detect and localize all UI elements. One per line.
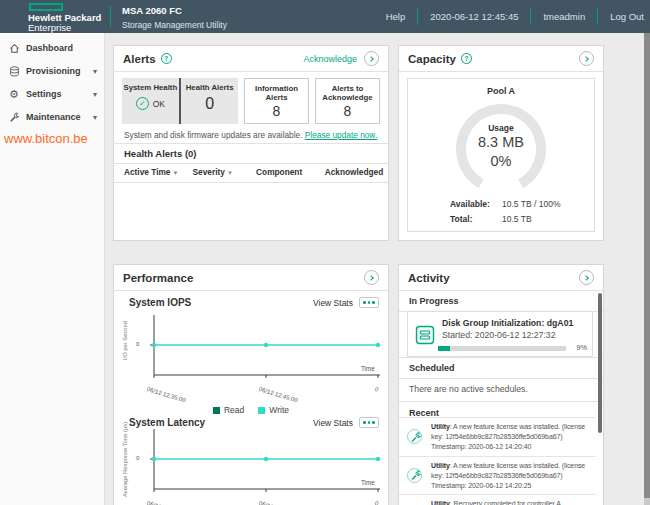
scheduled-empty-text: There are no active schedules. <box>399 377 603 402</box>
system-health: System Health ✓ OK <box>122 78 179 124</box>
write-legend-swatch <box>258 407 265 414</box>
logout-link[interactable]: Log Out <box>610 11 644 22</box>
total-row: Total:10.5 TB <box>450 214 560 224</box>
performance-panel: Performance System IOPS View Stats I/O p… <box>113 264 389 505</box>
available-value: 10.5 TB / 100% <box>502 199 560 209</box>
recent-list: Utility: A new feature license was insta… <box>399 417 596 505</box>
acknowledge-link[interactable]: Acknowledge <box>303 54 357 64</box>
pool-capacity-card: Pool A Usage 8.3 MB 0% Available:10.5 TB… <box>407 78 595 232</box>
alerts-to-acknowledge-count: 8 <box>316 103 379 119</box>
iops-chart-title: System IOPS <box>129 297 191 308</box>
task-name: Disk Group Initialization: dgA01 <box>442 318 573 328</box>
capacity-title: Capacity <box>408 53 456 65</box>
latency-y-axis-label: Average Response Time (µs) <box>122 422 128 497</box>
performance-expand-button[interactable] <box>364 270 379 285</box>
recent-item: Utility: Recovery completed for controll… <box>399 494 596 505</box>
sidebar-item-maintenance[interactable]: Maintenance ▾ <box>0 106 105 128</box>
product-info: MSA 2060 FC Storage Management Utility <box>122 5 227 30</box>
task-card: Disk Group Initialization: dgA01 Started… <box>407 311 593 357</box>
utility-wrench-icon <box>407 429 422 444</box>
in-progress-header: In Progress <box>399 291 603 312</box>
available-row: Available:10.5 TB / 100% <box>450 199 560 209</box>
task-progress-percent: 9% <box>576 343 587 352</box>
sidebar-item-dashboard[interactable]: Dashboard <box>0 37 105 59</box>
task-progress-bar <box>438 346 566 351</box>
chart-legend: Read Write <box>114 405 388 415</box>
gear-icon: ⚙ <box>9 89 20 100</box>
task-started: Started: 2020-06-12 12:27:32 <box>442 330 556 340</box>
alerts-expand-button[interactable] <box>364 51 379 66</box>
system-health-status: OK <box>153 99 165 109</box>
help-link[interactable]: Help <box>386 11 406 22</box>
user-menu[interactable]: tmeadmin <box>543 11 585 22</box>
sidebar-item-provisioning[interactable]: Provisioning ▾ <box>0 60 105 82</box>
col-severity[interactable]: Severity▼ <box>193 167 257 177</box>
latency-x-tick-1: 06/12 12:45:00 <box>258 500 298 505</box>
alerts-to-acknowledge-card[interactable]: Alerts to Acknowledge 8 <box>315 78 380 124</box>
sidebar: Dashboard Provisioning ▾ ⚙ Settings ▾ Ma… <box>0 33 105 505</box>
check-icon: ✓ <box>136 97 149 110</box>
iops-time-label: Time <box>361 365 375 372</box>
iops-view-stats-link[interactable]: View Stats <box>313 298 353 308</box>
sidebar-item-settings[interactable]: ⚙ Settings ▾ <box>0 83 105 105</box>
hpe-logo-mark <box>29 3 63 11</box>
performance-title: Performance <box>123 272 193 284</box>
chevron-down-icon: ▾ <box>93 113 97 122</box>
database-icon <box>9 66 20 77</box>
chevron-down-icon: ▾ <box>93 67 97 76</box>
latency-chart <box>144 425 382 497</box>
usage-label: Usage <box>408 123 594 133</box>
home-icon <box>9 43 20 54</box>
product-name: MSA 2060 FC <box>122 5 227 16</box>
brand-line2: Enterprise <box>28 23 101 33</box>
topbar-divider <box>110 6 111 27</box>
iops-y-axis-label: I/O per Second <box>122 321 128 360</box>
recent-item: Utility: A new feature license was insta… <box>399 456 596 495</box>
activity-title: Activity <box>408 272 450 284</box>
col-acknowledged[interactable]: Acknowledged <box>325 167 378 177</box>
iops-options-button[interactable] <box>359 297 379 308</box>
help-icon[interactable]: ? <box>161 53 172 64</box>
topbar: Hewlett Packard Enterprise MSA 2060 FC S… <box>0 0 650 33</box>
information-alerts-card[interactable]: Information Alerts 8 <box>244 78 309 124</box>
recent-item: Utility: A new feature license was insta… <box>399 417 596 456</box>
utility-wrench-icon <box>407 468 422 483</box>
usage-percent: 0% <box>408 153 594 169</box>
pool-name: Pool A <box>408 86 594 96</box>
chevron-down-icon: ▾ <box>93 90 97 99</box>
capacity-expand-button[interactable] <box>579 51 594 66</box>
alerts-panel: Alerts ? Acknowledge System Health ✓ OK … <box>113 45 389 241</box>
activity-scrollbar[interactable] <box>598 293 602 433</box>
datetime: 2020-06-12 12:45:45 <box>430 11 518 22</box>
latency-x-tick-2: 0 <box>374 500 379 505</box>
page-scrollbar-thumb[interactable] <box>644 33 650 498</box>
sort-icon: ▼ <box>227 170 233 176</box>
latency-x-tick-0: 06/12 12:35:00 <box>146 500 186 505</box>
iops-x-tick-2: 0 <box>374 386 379 393</box>
activity-expand-button[interactable] <box>579 270 594 285</box>
help-icon[interactable]: ? <box>461 53 472 64</box>
page-scrollbar[interactable] <box>644 33 650 505</box>
health-alerts-table-header: Active Time▼ Severity▼ Component Acknowl… <box>114 161 388 183</box>
alert-summary-cards: System Health ✓ OK Health Alerts 0 Infor… <box>122 78 380 124</box>
total-value: 10.5 TB <box>502 214 532 224</box>
iops-x-tick-1: 06/12 12:45:00 <box>258 386 298 403</box>
system-health-card: System Health ✓ OK Health Alerts 0 <box>122 78 238 124</box>
col-component[interactable]: Component <box>256 167 325 177</box>
firmware-update-link[interactable]: Please update now. <box>305 130 377 140</box>
disk-group-icon <box>415 325 435 345</box>
sort-icon: ▼ <box>172 170 178 176</box>
hpe-logo: Hewlett Packard Enterprise <box>28 3 101 33</box>
read-legend-swatch <box>213 407 220 414</box>
alerts-title: Alerts <box>123 53 156 65</box>
usage-value: 8.3 MB <box>408 134 594 150</box>
firmware-notice: System and disk firmware updates are ava… <box>124 130 382 140</box>
latency-time-label: Time <box>361 479 375 486</box>
watermark: www.bitcon.be <box>4 131 88 146</box>
activity-panel: Activity In Progress Disk Group Initiali… <box>398 264 604 505</box>
col-active-time[interactable]: Active Time▼ <box>124 167 193 177</box>
product-subtitle: Storage Management Utility <box>122 20 227 30</box>
iops-x-tick-0: 06/12 12:35:00 <box>146 386 186 403</box>
information-alerts-count: 8 <box>245 103 308 119</box>
iops-chart <box>144 311 382 383</box>
